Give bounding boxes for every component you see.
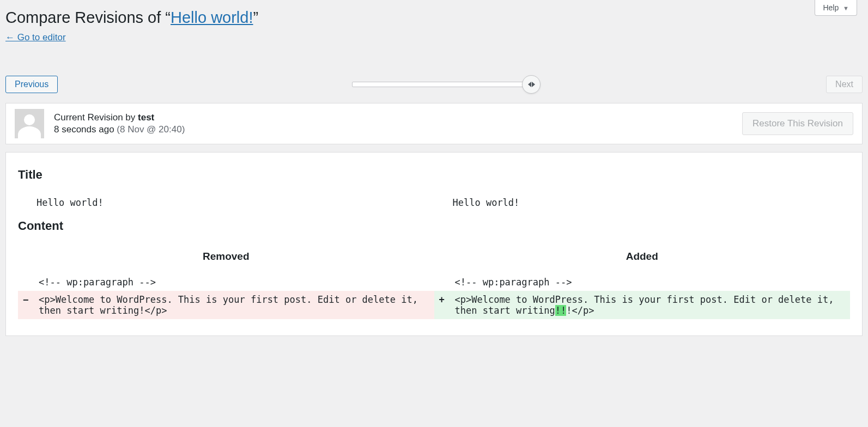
title-diff-table: Hello world! Hello world! [18, 194, 850, 211]
removed-column-header: Removed [18, 245, 434, 273]
title-left: Hello world! [33, 194, 434, 211]
revision-time-ago: 8 seconds ago [54, 124, 114, 135]
diff-content-heading: Content [18, 219, 850, 233]
title-right: Hello world! [450, 194, 851, 211]
added-line: <p>Welcome to WordPress. This is your fi… [450, 291, 851, 319]
page-title: Compare Revisions of “Hello world!” [5, 9, 863, 27]
sign-cell [434, 194, 450, 211]
revision-slider[interactable] [58, 82, 826, 87]
minus-icon: − [18, 291, 33, 319]
added-highlight: !! [555, 305, 566, 316]
diff-container: Title Hello world! Hello world! Content … [5, 152, 863, 336]
sign-cell [434, 273, 450, 291]
title-prefix: Compare Revisions of “ [5, 9, 171, 26]
restore-revision-button: Restore This Revision [742, 112, 853, 135]
revision-nav-row: Previous Next [5, 76, 863, 93]
added-column-header: Added [434, 245, 851, 273]
context-left: <!-- wp:paragraph --> [33, 273, 434, 291]
context-right: <!-- wp:paragraph --> [450, 273, 851, 291]
triangle-left-icon [528, 82, 531, 87]
diff-title-heading: Title [18, 168, 850, 182]
next-button: Next [826, 76, 863, 93]
removed-line: <p>Welcome to WordPress. This is your fi… [33, 291, 434, 319]
go-to-editor-link[interactable]: ← Go to editor [5, 32, 66, 43]
plus-icon: + [434, 291, 450, 319]
triangle-right-icon [532, 82, 535, 87]
help-label: Help [823, 3, 839, 12]
avatar [15, 109, 44, 138]
revision-author: test [138, 112, 154, 123]
chevron-down-icon: ▼ [843, 5, 849, 11]
content-diff-table: Removed Added <!-- wp:paragraph --> <!--… [18, 245, 850, 319]
added-post: !</p> [566, 305, 594, 316]
added-pre: <p>Welcome to WordPress. This is your fi… [455, 294, 840, 316]
revision-info: Current Revision by test 8 seconds ago (… [54, 112, 732, 135]
sign-cell [18, 273, 33, 291]
post-title-link[interactable]: Hello world! [171, 9, 253, 26]
revision-label: Current Revision by [54, 112, 138, 123]
revision-header: Current Revision by test 8 seconds ago (… [5, 103, 863, 144]
revision-timestamp: (8 Nov @ 20:40) [117, 124, 185, 135]
slider-track[interactable] [352, 82, 532, 87]
slider-handle-icon[interactable] [522, 75, 541, 94]
previous-button[interactable]: Previous [5, 76, 58, 93]
sign-cell [18, 194, 33, 211]
title-suffix: ” [253, 9, 259, 26]
help-tab[interactable]: Help ▼ [815, 0, 857, 16]
